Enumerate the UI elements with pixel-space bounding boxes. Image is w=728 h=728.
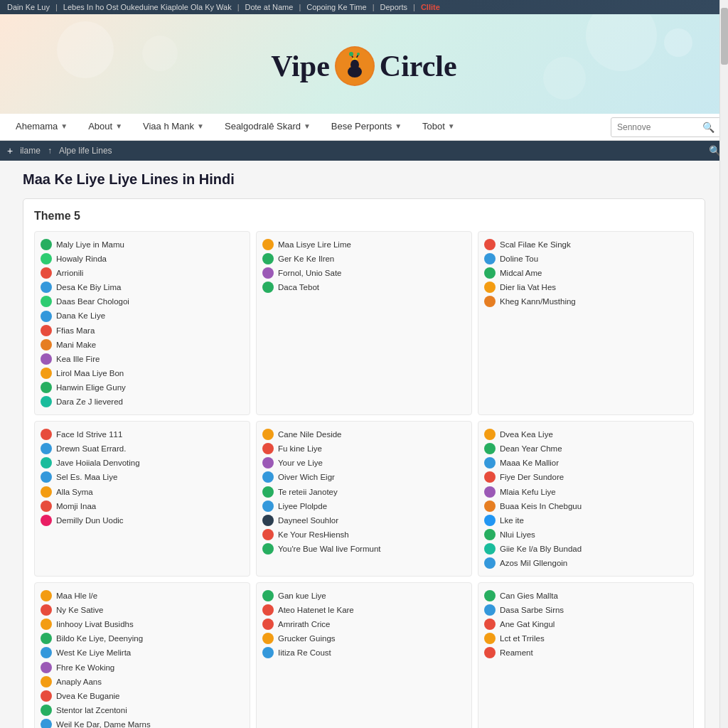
item-label: Fornol, Unio Sate: [278, 267, 342, 279]
list-item: Maa Hle l/e: [41, 589, 244, 603]
item-icon: [262, 457, 274, 469]
item-label: Anaply Aans: [56, 676, 102, 687]
list-item: Maa Lisye Lire Lime: [262, 237, 466, 252]
item-icon: [262, 429, 274, 440]
item-icon: [41, 457, 52, 469]
logo-text-left: Vipe: [271, 49, 329, 83]
list-item: Amrirath Crice: [262, 617, 466, 631]
list-item: West Ke Liye Melirta: [41, 646, 244, 660]
list-item: Fiye Der Sundore: [484, 470, 687, 484]
item-label: Weil Ke Dar, Dame Marns: [56, 719, 151, 728]
item-icon: [41, 500, 52, 512]
item-label: Howaly Rinda: [56, 253, 107, 264]
topbar-link-6[interactable]: Cllite: [421, 3, 440, 11]
item-label: Scal Filae Ke Singk: [500, 239, 571, 250]
nav-item-sealgodrale[interactable]: Sealgodralê Skard ▼: [216, 114, 319, 140]
chevron-down-icon: ▼: [304, 122, 311, 130]
item-icon: [484, 543, 496, 555]
item-label: Drewn Suat Errard.: [56, 443, 126, 454]
item-icon: [262, 590, 274, 601]
item-label: Dean Year Chme: [500, 443, 562, 454]
search-box[interactable]: 🔍: [611, 117, 721, 137]
list-item: Ateo Hatenet le Kare: [262, 603, 466, 617]
item-icon: [484, 529, 496, 540]
search-input[interactable]: [611, 119, 697, 136]
topbar-link-1[interactable]: Dain Ke Luy: [7, 3, 50, 11]
item-label: Fiye Der Sundore: [500, 471, 564, 483]
item-label: Alla Syma: [56, 486, 93, 498]
topbar-link-2[interactable]: Lebes In ho Ost Oukeduine Kiaplole Ola K…: [63, 3, 232, 11]
item-label: Jave Hoiiala Denvoting: [56, 457, 140, 469]
item-icon: [41, 267, 52, 279]
nav-item-about[interactable]: About ▼: [80, 114, 131, 140]
list-item: Desa Ke Biy Lima: [41, 280, 244, 294]
item-label: Maly Liye in Mamu: [56, 239, 124, 250]
list-item: Dana Ke Liye: [41, 309, 244, 323]
topbar-link-4[interactable]: Copoing Ke Time: [306, 3, 366, 11]
list-item: Hanwin Elige Guny: [41, 380, 244, 395]
item-label: Ffias Mara: [56, 325, 95, 336]
list-item: Face Id Strive 111: [41, 427, 244, 441]
logo[interactable]: Vipe Circle: [271, 45, 456, 87]
scrollbar-thumb[interactable]: [721, 8, 728, 65]
item-icon: [262, 529, 274, 540]
chevron-down-icon: ▼: [60, 122, 68, 130]
item-label: Iitiza Re Coust: [278, 647, 331, 658]
list-item: Midcal Ame: [484, 266, 687, 280]
item-icon: [41, 590, 52, 601]
list-item: Maly Liye in Mamu: [41, 237, 244, 252]
topbar-link-3[interactable]: Dote at Name: [245, 3, 294, 11]
list-item: Fu kine Liye: [262, 441, 466, 456]
item-label: Maa Lisye Lire Lime: [278, 239, 351, 250]
scrollbar[interactable]: [719, 0, 728, 728]
list-item: Your ve Liye: [262, 456, 466, 470]
item-icon: [484, 296, 496, 307]
logo-text-right: Circle: [380, 49, 457, 83]
list-item: Ger Ke Ke Ilren: [262, 252, 466, 266]
theme-box: Theme 5 Maly Liye in MamuHowaly RindaArr…: [23, 198, 705, 728]
item-label: Your ve Liye: [278, 457, 323, 469]
nav-item-bese[interactable]: Bese Perponts ▼: [323, 114, 410, 140]
item-label: Lct et Trriles: [500, 633, 545, 644]
item-icon: [262, 647, 274, 658]
list-item: Reament: [484, 646, 687, 660]
item-label: Grucker Guings: [278, 633, 336, 644]
item-label: Ger Ke Ke Ilren: [278, 253, 334, 264]
item-label: Buaa Keis In Chebguu: [500, 500, 582, 512]
item-icon: [484, 604, 496, 616]
top-bar: Dain Ke Luy | Lebes In ho Ost Oukeduine …: [0, 0, 728, 14]
item-label: Midcal Ame: [500, 267, 542, 279]
list-item: Arrionili: [41, 266, 244, 280]
item-icon: [484, 429, 496, 440]
content-grid: Maly Liye in MamuHowaly RindaArrioniliDe…: [34, 231, 694, 728]
item-icon: [41, 253, 52, 264]
nav-item-tobot[interactable]: Tobot ▼: [414, 114, 464, 140]
topbar-link-5[interactable]: Deports: [380, 3, 407, 11]
search-button[interactable]: 🔍: [697, 118, 720, 136]
svg-point-8: [357, 53, 360, 55]
item-label: Desa Ke Biy Lima: [56, 282, 121, 293]
item-label: Dvea Kea Liye: [500, 429, 553, 440]
item-label: Dier lia Vat Hes: [500, 282, 556, 293]
item-label: Te reteii Janotey: [278, 486, 338, 498]
list-item: Anaply Aans: [41, 675, 244, 689]
list-item: Weil Ke Dar, Dame Marns: [41, 717, 244, 728]
col-section-2: Maa Lisye Lire LimeGer Ke Ke IlrenFornol…: [256, 231, 472, 415]
nav-item-viaa[interactable]: Viaa h Mank ▼: [134, 114, 213, 140]
item-label: Dara Ze J lievered: [56, 396, 123, 407]
item-icon: [41, 353, 52, 365]
list-item: Dayneel Souhlor: [262, 513, 466, 528]
item-icon: [262, 633, 274, 644]
nav-item-ahemama[interactable]: Ahemama ▼: [7, 114, 76, 140]
item-label: Fhre Ke Woking: [56, 662, 114, 673]
item-label: Dvea Ke Buganie: [56, 690, 120, 702]
item-icon: [484, 500, 496, 512]
list-item: Sel Es. Maa Liye: [41, 470, 244, 484]
col-section-3: Scal Filae Ke SingkDoline TouMidcal AmeD…: [478, 231, 694, 415]
list-item: Mlaia Kefu Liye: [484, 485, 687, 499]
item-label: Lirol Maa Liye Bon: [56, 368, 124, 379]
item-label: Sel Es. Maa Liye: [56, 471, 117, 483]
item-icon: [484, 471, 496, 483]
item-icon: [41, 647, 52, 658]
item-label: Gan kue Liye: [278, 590, 326, 601]
